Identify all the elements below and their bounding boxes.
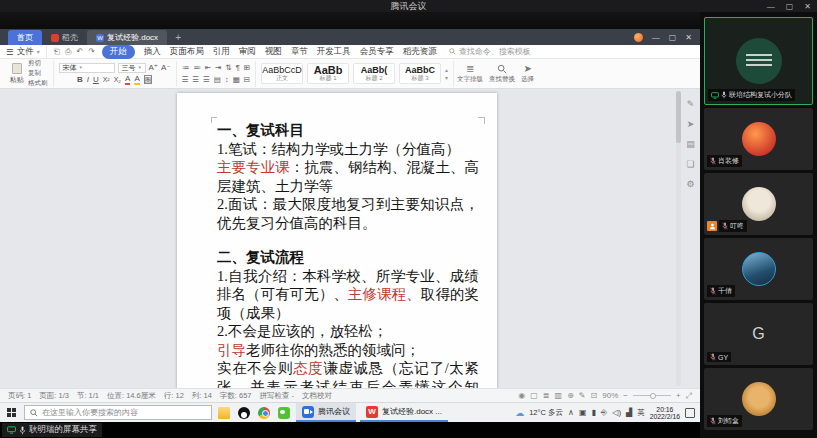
zoom-in-button[interactable]: + (676, 391, 681, 400)
security-shield-icon[interactable]: ▣ (579, 408, 587, 417)
notification-center-icon[interactable] (685, 408, 695, 418)
zoom-out-button[interactable]: − (623, 391, 628, 400)
status-word-count[interactable]: 字数: 657 (220, 391, 252, 401)
ink-pen-icon[interactable]: ✎ (579, 391, 586, 400)
bold-button[interactable]: B (77, 75, 83, 84)
wps-minimize-button[interactable]: — (652, 33, 660, 42)
italic-button[interactable]: I (87, 75, 89, 84)
styles-down-icon[interactable]: ▾ (445, 74, 448, 81)
align-left-icon[interactable]: ☰ (182, 75, 189, 84)
tab-dev-tools[interactable]: 开发工具 (317, 46, 351, 58)
selection-tool-icon[interactable]: ➤ (687, 119, 695, 129)
fit-page-icon[interactable]: ⊡ (591, 391, 598, 400)
eye-protection-icon[interactable]: ◉ (518, 391, 525, 400)
subscript-button[interactable]: X₂ (114, 76, 121, 83)
justify-icon[interactable]: ▤ (214, 75, 221, 84)
speaker-icon[interactable]: ◁) (612, 408, 621, 417)
font-color-button[interactable]: A (125, 75, 130, 85)
tab-docer-resources[interactable]: 稻壳资源 (403, 46, 437, 58)
font-size-select[interactable]: 三号▾ (118, 63, 146, 73)
table-icon[interactable]: ⊟ (244, 75, 250, 84)
scrollbar-thumb[interactable] (676, 91, 681, 143)
bullet-list-icon[interactable]: ≔ (182, 63, 190, 72)
close-button[interactable]: ✕ (804, 2, 811, 11)
show-marks-icon[interactable]: ¶ (236, 63, 240, 72)
redo-icon[interactable]: ↷ (88, 47, 95, 57)
usb-icon[interactable]: ⎆ (601, 408, 607, 418)
style-normal[interactable]: AaBbCcD 正文 (261, 63, 303, 84)
print-layout-icon[interactable]: ▢ (530, 391, 538, 400)
find-replace-button[interactable]: 查找替换 (486, 64, 518, 84)
web-layout-icon[interactable]: ▥ (555, 391, 563, 400)
wps-document-tab[interactable]: W 复试经验.docx (87, 30, 167, 45)
start-button[interactable] (2, 403, 20, 422)
comment-panel-icon[interactable]: ❏ (686, 159, 694, 169)
save-icon[interactable]: ⎗ (54, 47, 60, 57)
line-spacing-icon[interactable]: ↕ (225, 75, 229, 84)
maximize-button[interactable]: ▢ (786, 2, 794, 11)
shading-icon[interactable]: ▦ (233, 75, 240, 84)
style-heading3[interactable]: AaBbC 标题 3 (399, 63, 441, 84)
print-icon[interactable]: ⎙ (65, 47, 71, 57)
zoom-slider[interactable] (633, 395, 671, 396)
input-method-indicator[interactable]: 英 (637, 408, 645, 418)
globe-view-icon[interactable]: ⊕ (567, 391, 574, 400)
enclose-char-button[interactable]: 圈 (144, 75, 153, 84)
tab-section[interactable]: 章节 (291, 46, 308, 58)
qq-button[interactable] (236, 403, 252, 422)
weather-icon[interactable]: ☁ (515, 408, 524, 418)
increase-font-icon[interactable]: A⁺ (149, 63, 159, 73)
participant-tile-5[interactable]: G GY (704, 303, 813, 365)
decrease-indent-icon[interactable]: ⇤ (205, 63, 211, 72)
undo-icon[interactable]: ↶ (76, 47, 83, 57)
outline-view-icon[interactable]: ≣ (543, 391, 550, 400)
participant-tile-1[interactable]: 联培结构复试小分队 (704, 17, 813, 105)
increase-indent-icon[interactable]: ⇥ (215, 63, 221, 72)
vertical-scrollbar[interactable] (676, 91, 681, 386)
file-explorer-button[interactable] (216, 403, 232, 422)
cut-button[interactable]: 剪切 (28, 59, 48, 68)
document-page[interactable]: 一、复试科目 1.笔试：结构力学或土力学（分值高） 主要专业课：抗震、钢结构、混… (177, 93, 497, 388)
superscript-button[interactable]: X² (103, 76, 110, 83)
borders-icon[interactable]: ⊞ (244, 63, 250, 72)
wps-maximize-button[interactable]: ▢ (669, 33, 677, 42)
tab-page-layout[interactable]: 页面布局 (170, 46, 204, 58)
edit-pen-icon[interactable]: ✎ (687, 99, 695, 109)
select-button[interactable]: ➤ 选择 (518, 64, 537, 84)
numbered-list-icon[interactable]: ≕ (193, 63, 201, 72)
tab-member[interactable]: 会员专享 (360, 46, 394, 58)
command-search[interactable]: 查找命令、搜索模板 (449, 46, 531, 57)
proofread-button[interactable]: 文档校对 (302, 391, 332, 401)
taskbar-clock[interactable]: 20:16 2022/2/16 (650, 406, 680, 420)
tab-start[interactable]: 开始 (102, 45, 135, 59)
zoom-level[interactable]: 90% (602, 391, 618, 400)
minimize-button[interactable]: — (767, 2, 775, 11)
document-canvas[interactable]: 一、复试科目 1.笔试：结构力学或土力学（分值高） 主要专业课：抗震、钢结构、混… (0, 89, 700, 388)
wps-docer-tab[interactable]: 稻壳 (42, 30, 87, 45)
align-right-icon[interactable]: ☰ (203, 75, 210, 84)
underline-button[interactable]: U (93, 75, 99, 84)
tray-expand-icon[interactable]: ∧ (568, 408, 574, 417)
phone-link-icon[interactable]: ▮ (591, 408, 595, 417)
taskbar-wps-window[interactable]: W 复试经验.docx ... (360, 403, 448, 422)
spell-check-button[interactable]: 拼写检查 - (260, 391, 295, 401)
decrease-font-icon[interactable]: A⁻ (161, 63, 171, 73)
settings-gear-icon[interactable]: ⚙ (686, 179, 694, 189)
participant-tile-6[interactable]: 刘鳕盒 (704, 368, 813, 430)
tab-insert[interactable]: 插入 (144, 46, 161, 58)
outline-panel-icon[interactable]: ▤ (686, 139, 695, 149)
style-heading2[interactable]: AaBb( 标题 2 (353, 63, 395, 84)
taskbar-search-input[interactable]: 在这里输入你要搜索的内容 (24, 405, 212, 420)
taskbar-meeting-window[interactable]: 腾讯会议 (296, 403, 356, 422)
copy-button[interactable]: 复制 (28, 69, 48, 78)
tab-view[interactable]: 视图 (265, 46, 282, 58)
participant-tile-3[interactable]: 叮咚 (704, 173, 813, 235)
sort-icon[interactable]: ⇅ (225, 63, 231, 72)
chrome-button[interactable] (256, 403, 272, 422)
tab-review[interactable]: 审阅 (239, 46, 256, 58)
wechat-button[interactable] (276, 403, 292, 422)
paste-button[interactable]: 粘贴 (10, 63, 24, 85)
wps-new-tab-button[interactable]: + (167, 32, 189, 45)
wps-home-tab[interactable]: 首页 (8, 30, 42, 45)
font-name-select[interactable]: 宋体▾ (59, 63, 115, 73)
